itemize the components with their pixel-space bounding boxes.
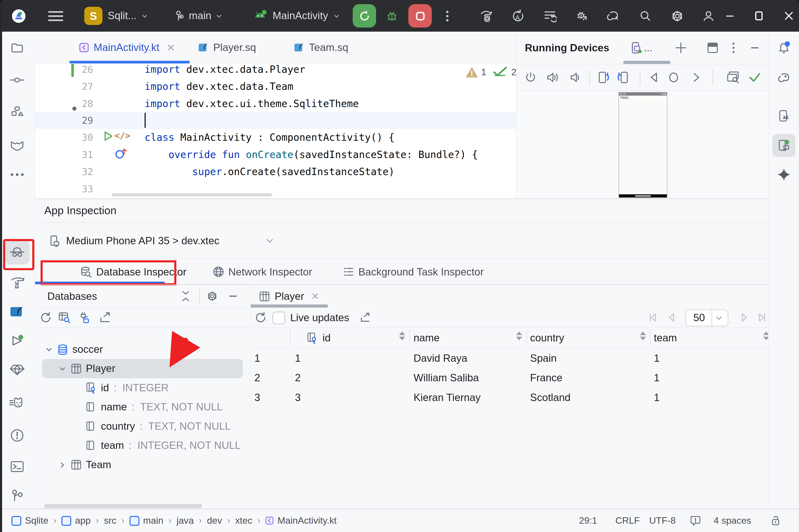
volume-up-icon[interactable] (547, 72, 559, 83)
tree-item-table-team[interactable]: Team (35, 455, 250, 474)
encoding[interactable]: UTF-8 (649, 509, 676, 532)
volume-down-icon[interactable] (569, 72, 581, 83)
next-page-icon[interactable] (740, 312, 749, 323)
sort-icon[interactable] (399, 331, 405, 340)
tab-player-sq[interactable]: Player.sq (198, 32, 256, 63)
keep-connection-icon[interactable] (78, 311, 90, 324)
structure-tool-icon[interactable] (10, 104, 24, 118)
run-with-coverage-button[interactable] (543, 0, 557, 32)
add-device-icon[interactable] (675, 42, 687, 54)
terminal-tool-icon[interactable] (10, 460, 24, 473)
last-page-icon[interactable] (756, 312, 768, 323)
tree-item-field-id[interactable]: id : INTEGER (35, 378, 250, 397)
running-devices-icon[interactable] (773, 134, 795, 157)
profiler-button[interactable] (575, 0, 589, 32)
rotate-right-icon[interactable] (616, 71, 630, 84)
profile-button[interactable] (702, 0, 715, 32)
inspection-device-selector[interactable]: Medium Phone API 35 > dev.xtec (35, 223, 768, 259)
databases-minimize-icon[interactable] (228, 293, 238, 299)
window-minimize-button[interactable] (725, 0, 734, 32)
window-maximize-button[interactable] (754, 0, 764, 32)
refresh-table-icon[interactable] (254, 312, 266, 323)
column-header-country[interactable]: country (530, 327, 564, 348)
app-logo-icon[interactable] (12, 0, 26, 32)
build-button[interactable] (479, 0, 493, 32)
databases-settings-icon[interactable] (206, 290, 218, 302)
collapse-all-icon[interactable] (180, 290, 191, 302)
column-header-name[interactable]: name (414, 327, 439, 348)
window-close-button[interactable] (784, 0, 794, 32)
settings-button[interactable] (671, 0, 684, 32)
main-menu-button[interactable] (48, 0, 63, 32)
column-header-id[interactable]: id (307, 327, 331, 348)
table-row[interactable]: 22William SalibaFrance1 (251, 368, 768, 388)
tab-network-inspector[interactable]: Network Inspector (213, 259, 312, 284)
android-overview-icon[interactable] (692, 72, 700, 83)
breadcrumb-item[interactable]: MainActivity.kt (266, 515, 337, 526)
editor-hscrollbar-thumb[interactable] (112, 193, 272, 196)
page-size-select[interactable]: 50 (686, 310, 728, 326)
app-quality-insights-tool-icon[interactable] (10, 363, 25, 377)
export-data-icon[interactable] (99, 312, 111, 323)
version-control-tool-icon[interactable] (10, 488, 24, 503)
indent-setting[interactable]: 4 spaces (714, 509, 751, 532)
tree-item-field-country[interactable]: country : TEXT, NOT NULL (35, 417, 250, 436)
tab-mainactivity[interactable]: MainActivity.kt (79, 32, 175, 63)
tab-background-task-inspector[interactable]: Background Task Inspector (343, 259, 484, 284)
code-editor[interactable]: 2627282930313233 </> import dev.xtec.dat… (35, 64, 516, 198)
debug-button[interactable] (385, 0, 399, 32)
vcs-branch-widget[interactable]: main (173, 0, 223, 32)
tab-player-table[interactable]: Player (259, 285, 319, 308)
notifications-status-icon[interactable] (690, 509, 701, 532)
android-home-icon[interactable] (668, 72, 679, 83)
prev-page-icon[interactable] (668, 312, 676, 323)
breadcrumb-item[interactable]: main (129, 515, 163, 526)
breadcrumb-item[interactable]: src (104, 515, 116, 526)
breadcrumb-item[interactable]: dev (207, 515, 222, 526)
breadcrumb-item[interactable]: Sqlite (12, 515, 49, 526)
column-header-team[interactable]: team (654, 327, 677, 348)
rerun-button[interactable] (353, 0, 376, 32)
chevron-down-icon[interactable] (59, 365, 66, 372)
bookmarks-tool-icon[interactable] (10, 139, 25, 152)
device-manager-icon[interactable] (777, 110, 791, 123)
commit-tool-icon[interactable] (10, 73, 24, 87)
lock-icon[interactable] (771, 509, 781, 532)
chevron-down-icon[interactable] (45, 346, 52, 353)
gradle-sync-button[interactable] (605, 0, 621, 32)
table-row[interactable]: 11David RayaSpain1 (251, 348, 768, 368)
sort-icon[interactable] (516, 331, 522, 340)
confirm-icon[interactable] (748, 72, 761, 83)
sort-icon[interactable] (640, 331, 646, 340)
tree-item-field-team[interactable]: team : INTEGER, NOT NULL (35, 436, 250, 455)
run-query-icon[interactable] (58, 312, 71, 323)
databases-hscrollbar[interactable] (44, 504, 202, 508)
layout-icon[interactable] (707, 42, 719, 53)
tab-team-sq[interactable]: Team.sq (294, 32, 348, 63)
line-ending[interactable]: CRLF (615, 509, 640, 532)
search-everywhere-button[interactable] (639, 0, 652, 32)
more-actions-button[interactable] (443, 0, 452, 32)
problems-tool-icon[interactable] (10, 428, 24, 443)
emulator-screen[interactable]: 11:18 ▾▲▮ TODO (619, 92, 668, 198)
gradle-icon[interactable] (777, 71, 791, 84)
run-tool-icon[interactable] (10, 334, 24, 348)
power-icon[interactable] (525, 72, 536, 83)
breadcrumb-item[interactable]: java (177, 515, 194, 526)
gemini-icon[interactable] (777, 168, 791, 181)
drag-handle[interactable] (623, 61, 670, 64)
device-tab-icon[interactable]: ... (630, 42, 653, 54)
logcat-tool-icon[interactable] (9, 396, 25, 409)
export-table-icon[interactable] (360, 312, 370, 323)
project-tool-icon[interactable] (11, 41, 24, 55)
breadcrumb-item[interactable]: xtec (235, 515, 252, 526)
breadcrumb-item[interactable]: app (61, 515, 91, 526)
stop-button[interactable] (408, 0, 432, 32)
rotate-left-icon[interactable] (597, 71, 610, 84)
hide-panel-icon[interactable] (750, 43, 760, 52)
table-row[interactable]: 33Kieran TiernayScotland1 (251, 387, 768, 407)
refresh-schema-icon[interactable] (39, 312, 51, 323)
panel-options-icon[interactable] (731, 42, 736, 54)
run-configuration-widget[interactable]: MainActivity (253, 0, 340, 32)
more-tools-icon[interactable] (10, 172, 25, 177)
